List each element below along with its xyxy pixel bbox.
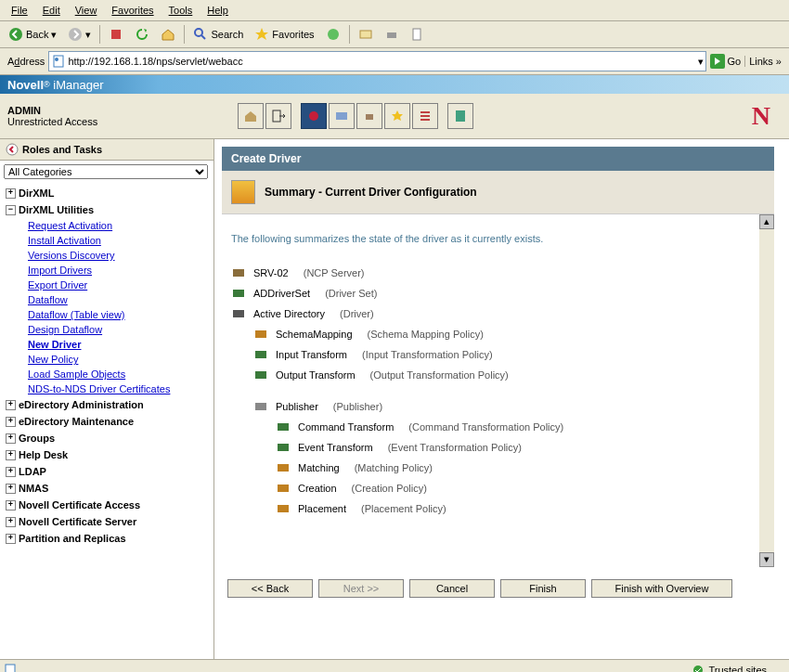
- cancel-button[interactable]: Cancel: [409, 579, 495, 598]
- item-type: (Output Transformation Policy): [370, 369, 509, 381]
- tree-nmas[interactable]: +NMAS: [6, 480, 208, 497]
- item-icon: [253, 327, 268, 342]
- forward-button[interactable]: ▾: [63, 24, 96, 45]
- util-link-load-sample-objects[interactable]: Load Sample Objects: [28, 367, 208, 381]
- svg-point-13: [309, 111, 318, 121]
- tree-edirectory-administration[interactable]: +eDirectory Administration: [6, 396, 208, 413]
- favorites-label: Favorites: [272, 29, 314, 40]
- util-link-versions-discovery[interactable]: Versions Discovery: [28, 248, 208, 263]
- tree-help-desk[interactable]: +Help Desk: [6, 446, 208, 463]
- util-link-new-policy[interactable]: New Policy: [28, 352, 208, 367]
- menu-edit[interactable]: Edit: [35, 2, 68, 19]
- address-input[interactable]: [66, 55, 698, 68]
- help-icon: [453, 109, 468, 123]
- summary-area[interactable]: The following summarizes the state of th…: [222, 214, 774, 567]
- util-link-export-driver[interactable]: Export Driver: [28, 278, 208, 292]
- util-link-new-driver[interactable]: New Driver: [28, 337, 208, 352]
- svg-rect-24: [255, 330, 266, 338]
- menu-file[interactable]: File: [4, 2, 35, 19]
- menu-view[interactable]: View: [68, 2, 105, 19]
- item-icon: [253, 399, 268, 414]
- links-button[interactable]: Links »: [744, 56, 785, 67]
- admin-user: ADMIN: [7, 105, 41, 116]
- svg-rect-32: [278, 505, 289, 512]
- forward-icon: [68, 27, 83, 42]
- search-button[interactable]: Search: [188, 24, 248, 45]
- category-select[interactable]: All Categories: [4, 164, 208, 179]
- back-button[interactable]: Back ▾: [4, 24, 61, 45]
- main-area: Roles and Tasks All Categories +DirXML −…: [0, 139, 789, 659]
- util-link-install-activation[interactable]: Install Activation: [28, 233, 208, 248]
- refresh-icon: [135, 27, 149, 42]
- item-name: Matching: [298, 462, 340, 473]
- tree-dirxml[interactable]: +DirXML: [6, 185, 208, 201]
- go-button[interactable]: Go: [710, 54, 741, 69]
- chevron-down-icon[interactable]: ▾: [698, 56, 704, 68]
- stop-button[interactable]: [104, 24, 128, 45]
- edit-icon: [410, 27, 425, 42]
- svg-rect-15: [366, 114, 373, 120]
- brand-name: Novell: [7, 78, 44, 92]
- svg-rect-2: [111, 30, 121, 39]
- tree-groups[interactable]: +Groups: [6, 430, 208, 446]
- tool-home[interactable]: [238, 103, 264, 129]
- tool-config[interactable]: [356, 103, 382, 129]
- svg-rect-21: [233, 269, 244, 277]
- finish-button[interactable]: Finish: [500, 579, 586, 598]
- media-button[interactable]: [321, 24, 345, 45]
- driver-row: Active Directory (Driver): [231, 304, 765, 324]
- driver-row: Output Transform (Output Transformation …: [231, 365, 765, 385]
- item-icon: [276, 460, 291, 475]
- tool-view[interactable]: [329, 103, 355, 129]
- tool-help[interactable]: [447, 103, 473, 129]
- svg-rect-14: [336, 112, 347, 120]
- tool-fav[interactable]: [384, 103, 410, 129]
- edit-button[interactable]: [406, 24, 430, 45]
- util-link-dataflow[interactable]: Dataflow: [28, 292, 208, 307]
- mail-button[interactable]: [354, 24, 378, 45]
- refresh-button[interactable]: [130, 24, 154, 45]
- tool-exit[interactable]: [265, 103, 291, 129]
- util-link-design-dataflow[interactable]: Design Dataflow: [28, 322, 208, 337]
- back-button[interactable]: << Back: [227, 579, 313, 598]
- vertical-scrollbar[interactable]: ▴ ▾: [759, 214, 774, 567]
- novell-n-logo: N: [752, 101, 770, 131]
- menu-favorites[interactable]: Favorites: [104, 2, 161, 19]
- util-link-nds-to-nds-driver-certificates[interactable]: NDS-to-NDS Driver Certificates: [28, 381, 208, 396]
- ie-menubar: File Edit View Favorites Tools Help: [0, 0, 789, 21]
- status-left: [4, 663, 17, 672]
- trusted-label: Trusted sites: [708, 665, 767, 672]
- finish-overview-button[interactable]: Finish with Overview: [591, 579, 732, 598]
- tree-ldap[interactable]: +LDAP: [6, 463, 208, 480]
- print-button[interactable]: [380, 24, 404, 45]
- go-label: Go: [727, 56, 741, 67]
- roles-icon: [306, 109, 321, 123]
- tree-partition-and-replicas[interactable]: +Partition and Replicas: [6, 530, 208, 547]
- item-icon: [231, 286, 246, 301]
- favorites-button[interactable]: Favorites: [250, 24, 318, 45]
- home-button[interactable]: [156, 24, 180, 45]
- intro-text: The following summarizes the state of th…: [231, 233, 765, 244]
- tree-novell-certificate-access[interactable]: +Novell Certificate Access: [6, 497, 208, 513]
- util-link-import-drivers[interactable]: Import Drivers: [28, 263, 208, 278]
- chevron-down-icon: ▾: [51, 29, 57, 41]
- back-arrow-icon[interactable]: [6, 143, 19, 156]
- item-name: Publisher: [276, 401, 318, 412]
- tree-novell-certificate-server[interactable]: +Novell Certificate Server: [6, 513, 208, 530]
- menu-help[interactable]: Help: [200, 2, 236, 19]
- svg-rect-9: [54, 56, 63, 67]
- tool-list[interactable]: [412, 103, 438, 129]
- menu-tools[interactable]: Tools: [162, 2, 200, 19]
- mail-icon: [358, 27, 373, 42]
- tool-roles[interactable]: [301, 103, 327, 129]
- item-name: SchemaMapping: [276, 329, 353, 340]
- svg-rect-12: [273, 110, 280, 122]
- chevron-down-icon: ▾: [85, 29, 91, 41]
- tree-dirxml-util[interactable]: −DirXML Utilities: [6, 201, 208, 218]
- item-name: Input Transform: [276, 349, 347, 360]
- tree-edirectory-maintenance[interactable]: +eDirectory Maintenance: [6, 413, 208, 430]
- util-link-request-activation[interactable]: Request Activation: [28, 218, 208, 233]
- svg-rect-7: [387, 32, 396, 38]
- driver-row: Event Transform (Event Transformation Po…: [231, 437, 765, 458]
- util-link-dataflow-table-view-[interactable]: Dataflow (Table view): [28, 307, 208, 322]
